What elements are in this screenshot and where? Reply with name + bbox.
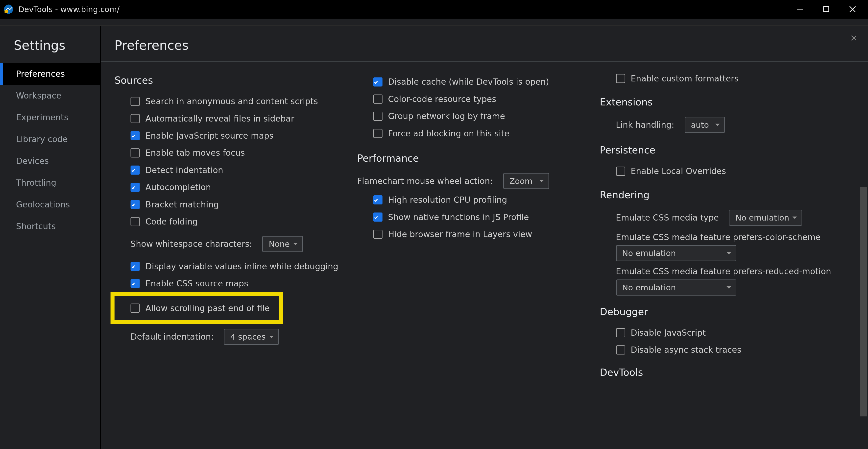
cb-disable-async-stack[interactable]: Disable async stack traces	[616, 345, 741, 355]
svg-rect-3	[824, 7, 829, 12]
cb-color-code-resources[interactable]: Color-code resource types	[373, 94, 496, 104]
cb-display-var-inline[interactable]: Display variable values inline while deb…	[131, 262, 339, 271]
whitespace-select[interactable]: None	[262, 236, 303, 252]
section-rendering: Rendering	[600, 189, 848, 201]
sidebar-item-workspace[interactable]: Workspace	[0, 85, 100, 107]
scrollbar-thumb[interactable]	[860, 187, 867, 417]
window-close-button[interactable]	[839, 0, 866, 18]
section-debugger: Debugger	[600, 306, 848, 317]
cb-native-js-profile[interactable]: Show native functions in JS Profile	[373, 212, 529, 221]
cb-hide-browser-frame[interactable]: Hide browser frame in Layers view	[373, 230, 532, 239]
section-performance: Performance	[357, 152, 594, 164]
cb-custom-formatters[interactable]: Enable custom formatters	[616, 74, 739, 83]
cb-disable-js[interactable]: Disable JavaScript	[616, 328, 706, 337]
col-sources: Sources Search in anonymous and content …	[115, 70, 357, 444]
sidebar-item-shortcuts[interactable]: Shortcuts	[0, 215, 100, 237]
emulate-color-label: Emulate CSS media feature prefers-color-…	[616, 232, 849, 242]
link-handling-select[interactable]: auto	[685, 117, 725, 133]
cb-tab-moves-focus[interactable]: Enable tab moves focus	[131, 148, 245, 157]
section-persistence: Persistence	[600, 144, 848, 156]
cb-scroll-past-eof[interactable]: Allow scrolling past end of file	[131, 303, 270, 312]
emulate-motion-select[interactable]: No emulation	[616, 279, 736, 296]
link-handling-label: Link handling:	[616, 120, 674, 129]
cb-auto-reveal[interactable]: Automatically reveal files in sidebar	[131, 114, 294, 123]
cb-css-source-maps[interactable]: Enable CSS source maps	[131, 279, 248, 288]
flamechart-label: Flamechart mouse wheel action:	[357, 177, 493, 186]
cb-bracket-matching[interactable]: Bracket matching	[131, 200, 219, 209]
window-title: DevTools - www.bing.com/	[18, 5, 120, 14]
sidebar-item-library-code[interactable]: Library code	[0, 128, 100, 150]
indent-select[interactable]: 4 spaces	[224, 329, 279, 345]
devtools-app-icon	[3, 4, 14, 14]
cb-disable-cache[interactable]: Disable cache (while DevTools is open)	[373, 77, 549, 86]
cb-local-overrides[interactable]: Enable Local Overrides	[616, 167, 726, 176]
svg-rect-1	[5, 10, 8, 12]
col-network-perf: Disable cache (while DevTools is open) C…	[357, 70, 600, 444]
cb-force-adblock[interactable]: Force ad blocking on this site	[373, 129, 509, 138]
close-settings-button[interactable]: ✕	[850, 33, 858, 43]
section-devtools: DevTools	[600, 366, 848, 378]
settings-title: Settings	[0, 38, 100, 63]
emulate-media-select[interactable]: No emulation	[729, 210, 802, 226]
window-minimize-button[interactable]	[786, 0, 813, 18]
cb-code-folding[interactable]: Code folding	[131, 217, 198, 226]
whitespace-label: Show whitespace characters:	[131, 239, 252, 248]
title-bar: DevTools - www.bing.com/	[0, 0, 868, 18]
sidebar-item-preferences[interactable]: Preferences	[0, 63, 100, 85]
section-sources: Sources	[115, 74, 351, 86]
cb-high-res-cpu[interactable]: High resolution CPU profiling	[373, 195, 507, 205]
cb-detect-indentation[interactable]: Detect indentation	[131, 166, 223, 175]
emulate-color-select[interactable]: No emulation	[616, 245, 736, 261]
cb-autocompletion[interactable]: Autocompletion	[131, 183, 211, 192]
sidebar-item-experiments[interactable]: Experiments	[0, 107, 100, 128]
sidebar-item-throttling[interactable]: Throttling	[0, 172, 100, 193]
flamechart-select[interactable]: Zoom	[503, 173, 549, 189]
preferences-panel: ✕ Preferences Sources Search in anonymou…	[101, 26, 868, 449]
highlighted-setting: Allow scrolling past end of file	[111, 292, 283, 324]
section-extensions: Extensions	[600, 96, 848, 108]
page-title: Preferences	[115, 26, 855, 61]
sidebar-item-devices[interactable]: Devices	[0, 150, 100, 172]
settings-sidebar: Settings Preferences Workspace Experimen…	[0, 26, 101, 449]
cb-js-source-maps[interactable]: Enable JavaScript source maps	[131, 131, 274, 140]
window-maximize-button[interactable]	[813, 0, 839, 18]
col-misc: Enable custom formatters Extensions Link…	[600, 70, 854, 444]
emulate-media-label: Emulate CSS media type	[616, 213, 719, 222]
cb-group-by-frame[interactable]: Group network log by frame	[373, 112, 505, 121]
emulate-motion-label: Emulate CSS media feature prefers-reduce…	[616, 267, 849, 276]
preferences-scrollbar[interactable]	[859, 67, 867, 448]
sidebar-item-geolocations[interactable]: Geolocations	[0, 193, 100, 215]
cb-search-anonymous[interactable]: Search in anonymous and content scripts	[131, 97, 318, 106]
indent-label: Default indentation:	[131, 332, 214, 341]
